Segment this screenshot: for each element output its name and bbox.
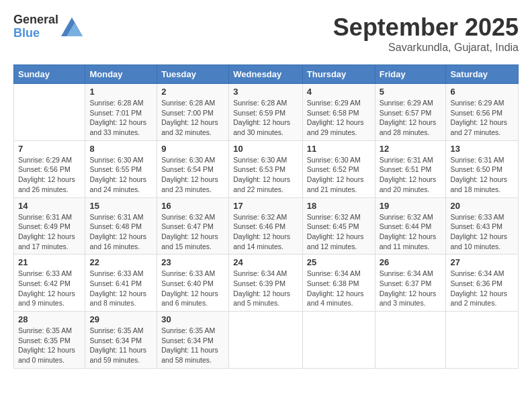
calendar-cell: 4Sunrise: 6:29 AM Sunset: 6:58 PM Daylig… bbox=[302, 84, 375, 141]
day-info: Sunrise: 6:34 AM Sunset: 6:37 PM Dayligh… bbox=[380, 269, 442, 308]
calendar-cell: 13Sunrise: 6:31 AM Sunset: 6:50 PM Dayli… bbox=[446, 140, 519, 197]
day-info: Sunrise: 6:31 AM Sunset: 6:51 PM Dayligh… bbox=[380, 155, 442, 195]
week-row-5: 28Sunrise: 6:35 AM Sunset: 6:35 PM Dayli… bbox=[14, 312, 519, 369]
day-info: Sunrise: 6:30 AM Sunset: 6:54 PM Dayligh… bbox=[161, 155, 224, 195]
day-number: 28 bbox=[18, 314, 81, 324]
day-info: Sunrise: 6:33 AM Sunset: 6:40 PM Dayligh… bbox=[161, 269, 224, 308]
day-number: 12 bbox=[380, 144, 442, 154]
day-info: Sunrise: 6:33 AM Sunset: 6:42 PM Dayligh… bbox=[18, 269, 81, 308]
calendar-cell bbox=[446, 312, 519, 369]
day-info: Sunrise: 6:29 AM Sunset: 6:57 PM Dayligh… bbox=[380, 98, 442, 138]
week-row-1: 1Sunrise: 6:28 AM Sunset: 7:01 PM Daylig… bbox=[14, 84, 519, 141]
calendar-cell: 21Sunrise: 6:33 AM Sunset: 6:42 PM Dayli… bbox=[14, 255, 85, 312]
calendar-cell: 23Sunrise: 6:33 AM Sunset: 6:40 PM Dayli… bbox=[157, 255, 229, 312]
month-title: September 2025 bbox=[333, 13, 519, 42]
day-info: Sunrise: 6:33 AM Sunset: 6:43 PM Dayligh… bbox=[450, 212, 514, 252]
logo-general-text: General bbox=[13, 13, 58, 27]
week-row-4: 21Sunrise: 6:33 AM Sunset: 6:42 PM Dayli… bbox=[14, 255, 519, 312]
day-info: Sunrise: 6:34 AM Sunset: 6:38 PM Dayligh… bbox=[307, 269, 371, 308]
week-row-3: 14Sunrise: 6:31 AM Sunset: 6:49 PM Dayli… bbox=[14, 197, 519, 255]
day-info: Sunrise: 6:28 AM Sunset: 7:00 PM Dayligh… bbox=[161, 98, 224, 138]
calendar-cell: 16Sunrise: 6:32 AM Sunset: 6:47 PM Dayli… bbox=[157, 197, 229, 255]
logo: General Blue bbox=[13, 13, 83, 40]
calendar-cell: 27Sunrise: 6:34 AM Sunset: 6:36 PM Dayli… bbox=[446, 255, 519, 312]
day-number: 22 bbox=[89, 257, 152, 267]
calendar-cell: 7Sunrise: 6:29 AM Sunset: 6:56 PM Daylig… bbox=[14, 140, 85, 197]
weekday-sunday: Sunday bbox=[14, 65, 85, 84]
day-number: 29 bbox=[89, 314, 152, 324]
calendar-cell: 18Sunrise: 6:32 AM Sunset: 6:45 PM Dayli… bbox=[302, 197, 375, 255]
day-info: Sunrise: 6:35 AM Sunset: 6:34 PM Dayligh… bbox=[161, 326, 224, 365]
day-info: Sunrise: 6:32 AM Sunset: 6:45 PM Dayligh… bbox=[307, 212, 371, 252]
calendar-cell: 19Sunrise: 6:32 AM Sunset: 6:44 PM Dayli… bbox=[375, 197, 446, 255]
day-info: Sunrise: 6:30 AM Sunset: 6:52 PM Dayligh… bbox=[307, 155, 371, 195]
calendar-cell bbox=[14, 84, 85, 141]
day-info: Sunrise: 6:31 AM Sunset: 6:49 PM Dayligh… bbox=[18, 212, 81, 252]
calendar-cell: 11Sunrise: 6:30 AM Sunset: 6:52 PM Dayli… bbox=[302, 140, 375, 197]
logo-blue-text: Blue bbox=[13, 27, 58, 40]
day-number: 20 bbox=[450, 201, 514, 211]
day-info: Sunrise: 6:30 AM Sunset: 6:55 PM Dayligh… bbox=[89, 155, 152, 195]
day-info: Sunrise: 6:31 AM Sunset: 6:50 PM Dayligh… bbox=[450, 155, 514, 195]
day-info: Sunrise: 6:32 AM Sunset: 6:46 PM Dayligh… bbox=[233, 212, 298, 252]
day-number: 26 bbox=[380, 257, 442, 267]
calendar-cell: 3Sunrise: 6:28 AM Sunset: 6:59 PM Daylig… bbox=[229, 84, 303, 141]
calendar-cell: 30Sunrise: 6:35 AM Sunset: 6:34 PM Dayli… bbox=[157, 312, 229, 369]
week-row-2: 7Sunrise: 6:29 AM Sunset: 6:56 PM Daylig… bbox=[14, 140, 519, 197]
calendar-cell: 15Sunrise: 6:31 AM Sunset: 6:48 PM Dayli… bbox=[85, 197, 157, 255]
weekday-thursday: Thursday bbox=[302, 65, 375, 84]
day-number: 17 bbox=[233, 201, 298, 211]
day-number: 25 bbox=[307, 257, 371, 267]
calendar-cell bbox=[302, 312, 375, 369]
day-info: Sunrise: 6:29 AM Sunset: 6:58 PM Dayligh… bbox=[307, 98, 371, 138]
day-info: Sunrise: 6:28 AM Sunset: 7:01 PM Dayligh… bbox=[89, 98, 152, 138]
day-number: 14 bbox=[18, 201, 81, 211]
calendar-cell: 17Sunrise: 6:32 AM Sunset: 6:46 PM Dayli… bbox=[229, 197, 303, 255]
weekday-saturday: Saturday bbox=[446, 65, 519, 84]
calendar-cell: 9Sunrise: 6:30 AM Sunset: 6:54 PM Daylig… bbox=[157, 140, 229, 197]
day-info: Sunrise: 6:34 AM Sunset: 6:39 PM Dayligh… bbox=[233, 269, 298, 308]
calendar-cell: 12Sunrise: 6:31 AM Sunset: 6:51 PM Dayli… bbox=[375, 140, 446, 197]
calendar-cell: 22Sunrise: 6:33 AM Sunset: 6:41 PM Dayli… bbox=[85, 255, 157, 312]
day-number: 16 bbox=[161, 201, 224, 211]
day-number: 3 bbox=[233, 87, 298, 97]
calendar-cell: 29Sunrise: 6:35 AM Sunset: 6:34 PM Dayli… bbox=[85, 312, 157, 369]
logo-icon bbox=[61, 17, 83, 36]
day-number: 9 bbox=[161, 144, 224, 154]
weekday-wednesday: Wednesday bbox=[229, 65, 303, 84]
calendar-body: 1Sunrise: 6:28 AM Sunset: 7:01 PM Daylig… bbox=[14, 84, 519, 369]
day-number: 30 bbox=[161, 314, 224, 324]
page-header: General Blue September 2025 Savarkundla,… bbox=[13, 13, 519, 54]
weekday-header-row: SundayMondayTuesdayWednesdayThursdayFrid… bbox=[14, 65, 519, 84]
day-number: 10 bbox=[233, 144, 298, 154]
location: Savarkundla, Gujarat, India bbox=[333, 42, 519, 54]
day-info: Sunrise: 6:35 AM Sunset: 6:35 PM Dayligh… bbox=[18, 326, 81, 365]
day-info: Sunrise: 6:35 AM Sunset: 6:34 PM Dayligh… bbox=[89, 326, 152, 365]
day-number: 21 bbox=[18, 257, 81, 267]
day-info: Sunrise: 6:32 AM Sunset: 6:44 PM Dayligh… bbox=[380, 212, 442, 252]
day-info: Sunrise: 6:28 AM Sunset: 6:59 PM Dayligh… bbox=[233, 98, 298, 138]
calendar-table: SundayMondayTuesdayWednesdayThursdayFrid… bbox=[13, 64, 519, 369]
calendar-cell: 2Sunrise: 6:28 AM Sunset: 7:00 PM Daylig… bbox=[157, 84, 229, 141]
day-number: 19 bbox=[380, 201, 442, 211]
day-info: Sunrise: 6:29 AM Sunset: 6:56 PM Dayligh… bbox=[18, 155, 81, 195]
day-number: 8 bbox=[89, 144, 152, 154]
day-info: Sunrise: 6:30 AM Sunset: 6:53 PM Dayligh… bbox=[233, 155, 298, 195]
day-info: Sunrise: 6:31 AM Sunset: 6:48 PM Dayligh… bbox=[89, 212, 152, 252]
weekday-friday: Friday bbox=[375, 65, 446, 84]
weekday-tuesday: Tuesday bbox=[157, 65, 229, 84]
calendar-cell: 8Sunrise: 6:30 AM Sunset: 6:55 PM Daylig… bbox=[85, 140, 157, 197]
weekday-monday: Monday bbox=[85, 65, 157, 84]
calendar-cell: 1Sunrise: 6:28 AM Sunset: 7:01 PM Daylig… bbox=[85, 84, 157, 141]
day-info: Sunrise: 6:33 AM Sunset: 6:41 PM Dayligh… bbox=[89, 269, 152, 308]
calendar-cell bbox=[375, 312, 446, 369]
calendar-cell: 6Sunrise: 6:29 AM Sunset: 6:56 PM Daylig… bbox=[446, 84, 519, 141]
day-info: Sunrise: 6:34 AM Sunset: 6:36 PM Dayligh… bbox=[450, 269, 514, 308]
calendar-cell: 10Sunrise: 6:30 AM Sunset: 6:53 PM Dayli… bbox=[229, 140, 303, 197]
calendar-cell: 24Sunrise: 6:34 AM Sunset: 6:39 PM Dayli… bbox=[229, 255, 303, 312]
calendar-cell bbox=[229, 312, 303, 369]
day-number: 23 bbox=[161, 257, 224, 267]
title-block: September 2025 Savarkundla, Gujarat, Ind… bbox=[333, 13, 519, 54]
calendar-cell: 26Sunrise: 6:34 AM Sunset: 6:37 PM Dayli… bbox=[375, 255, 446, 312]
day-info: Sunrise: 6:32 AM Sunset: 6:47 PM Dayligh… bbox=[161, 212, 224, 252]
